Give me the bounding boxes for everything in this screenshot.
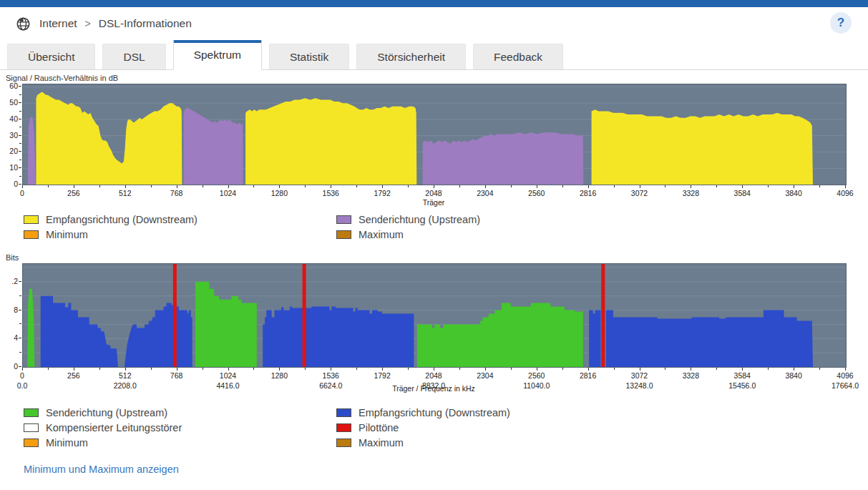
x-tick-label: 2560 [517,371,557,380]
pilot-tone-line [303,264,306,367]
x-tick-label: 3840 [774,371,814,380]
tab-statistik[interactable]: Statistik [269,44,349,69]
legend-item-kompensierter-leitungsstörer: Kompensierter Leitungsstörer [24,420,336,435]
x-tick-label: 2304 [465,371,505,380]
legend-label: Senderichtung (Upstream) [359,214,480,225]
x-tick-label: 512 [105,189,145,197]
y-tick-label: 10 [1,163,18,172]
x-tick-label: 1280 [259,371,299,380]
breadcrumb-section[interactable]: Internet [39,17,77,30]
tab-bar: ÜbersichtDSLSpektrumStatistikStörsicherh… [0,40,868,70]
x-tick-label: 4096 [825,371,865,380]
downstream-blue-swatch [336,408,351,417]
snr-chart-legend: Empfangsrichtung (Downstream)Senderichtu… [24,212,868,242]
legend-item-minimum: Minimum [24,227,336,242]
bits-series-empfangsrichtung-downstream [589,310,600,367]
snr-chart-title: Signal / Rausch-Verhältnis in dB [6,74,868,84]
minimum-orange-swatch [24,230,39,239]
x-tick-label: 256 [54,371,94,380]
y-tick-label: 50 [1,98,18,107]
tab-übersicht[interactable]: Übersicht [7,44,95,69]
x-tick-label: 3328 [670,189,711,197]
x-tick-label: 1792 [362,189,402,197]
legend-label: Empfangsrichtung (Downstream) [359,407,510,418]
bits-series-empfangsrichtung-downstream [263,307,414,367]
legend-item-senderichtung-upstream: Senderichtung (Upstream) [24,405,336,420]
maximum-brown-swatch [336,438,351,447]
legend-label: Empfangsrichtung (Downstream) [46,214,198,225]
pilot-red-swatch [336,423,351,432]
x-tick-label: 2048 [414,371,454,380]
minimum-orange-swatch [24,438,39,447]
x-tick-label: 1280 [259,189,299,197]
breadcrumb-separator-icon: > [85,18,91,29]
x-tick-label: 768 [157,371,197,380]
x-tick-label: 0 [2,371,42,380]
internet-globe-icon [16,16,31,31]
y-tick-label: 8 [1,305,18,314]
x-tick-label: 1024 [208,371,248,380]
legend-label: Minimum [46,437,88,449]
breadcrumb: Internet > DSL-Informationen ? [0,7,868,40]
x-tick-label: 0 [2,189,42,197]
spektrum-tab-content: Signal / Rausch-Verhältnis in dB 0102030… [0,70,868,476]
legend-item-maximum: Maximum [336,435,868,450]
x-tick-label: 2048 [414,189,454,197]
snr-x-axis-label: Träger [22,198,845,207]
y-tick-label: 30 [1,131,18,139]
x-tick-label: 3584 [722,189,762,197]
x-tick-label: 1792 [362,371,402,380]
legend-label: Maximum [359,437,404,449]
snr-chart: 0102030405060025651276810241280153617922… [0,84,868,208]
top-accent-bar [0,0,868,7]
legend-label: Minimum [46,229,88,240]
x-tick-label: 2560 [517,189,557,197]
y-tick-label: 20 [1,147,18,155]
legend-item-pilottöne: Pilottöne [336,420,868,435]
bits-series-empfangsrichtung-downstream [606,310,813,367]
bits-chart: 048.202565127681024128015361792204823042… [0,263,868,401]
bits-chart-legend: Senderichtung (Upstream)Empfangsrichtung… [24,405,868,450]
help-button[interactable]: ? [830,12,852,34]
maximum-brown-swatch [336,230,351,239]
y-tick-label: 40 [1,114,18,123]
tab-dsl[interactable]: DSL [102,44,165,69]
upstream-green-swatch [24,408,39,417]
x-tick-label: 3072 [620,371,660,380]
y-tick-label: 0 [1,180,18,188]
pilot-tone-line [173,264,177,367]
x-tick-label: 3840 [774,189,814,197]
y-tick-label: 4 [1,333,18,342]
legend-item-empfangsrichtung-downstream: Empfangsrichtung (Downstream) [24,212,336,227]
x-tick-label: 2304 [465,189,505,197]
x-tick-label: 768 [157,189,197,197]
legend-item-senderichtung-upstream: Senderichtung (Upstream) [336,212,868,227]
snr-series-empfangsrichtung-downstream [592,109,813,185]
legend-item-empfangsrichtung-downstream: Empfangsrichtung (Downstream) [336,405,868,420]
legend-label: Senderichtung (Upstream) [46,407,167,418]
compensated-white-swatch [24,423,39,432]
snr-series-empfangsrichtung-downstream [245,98,416,185]
bits-plot-area [22,263,847,368]
x-tick-label: 1536 [311,371,351,380]
x-tick-label: 512 [105,371,145,380]
legend-label: Kompensierter Leitungsstörer [46,422,182,433]
tab-feedback[interactable]: Feedback [473,44,563,69]
pilot-tone-line [601,264,605,367]
bits-x-axis-label: Träger / Frequenz in kHz [22,384,845,393]
x-tick-label: 3072 [620,189,660,197]
x-tick-label: 3328 [670,371,711,380]
x-tick-label: 3584 [722,371,762,380]
bits-chart-title: Bits [6,253,868,263]
y-tick-label: .2 [1,277,18,285]
tab-spektrum[interactable]: Spektrum [173,40,262,70]
x-tick-label: 1024 [208,189,248,197]
show-min-max-link[interactable]: Minimum und Maximum anzeigen [24,464,179,475]
tab-störsicherheit[interactable]: Störsicherheit [356,44,466,69]
x-tick-label: 4096 [825,189,865,197]
legend-item-maximum: Maximum [336,227,868,242]
snr-plot-area [22,84,847,185]
x-tick-label: 256 [54,189,94,197]
y-tick-label: 0 [1,362,18,371]
upstream-purple-swatch [336,215,351,224]
